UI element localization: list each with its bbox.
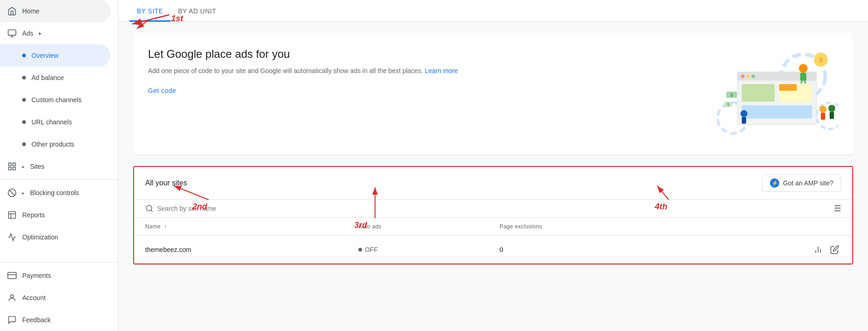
sidebar-ads-label: Ads	[22, 30, 33, 37]
svg-point-19	[817, 103, 839, 129]
search-icon	[145, 204, 154, 213]
sort-icon[interactable]: ↑	[164, 223, 167, 230]
hero-description: Add one piece of code to your site and G…	[148, 66, 458, 76]
col-page-exclusions: Page exclusions	[488, 218, 690, 236]
sidebar-feedback-label: Feedback	[22, 316, 50, 324]
sidebar-item-url-channels[interactable]: URL channels	[0, 111, 111, 133]
sidebar-item-blocking-controls[interactable]: ▸ Blocking controls	[0, 182, 111, 204]
account-icon	[7, 293, 17, 302]
sidebar-blocking-label: Blocking controls	[30, 189, 79, 196]
svg-line-46	[151, 210, 152, 211]
svg-rect-5	[9, 167, 12, 170]
sidebar-item-ads[interactable]: Ads ▸	[0, 22, 111, 44]
svg-rect-40	[830, 112, 834, 119]
svg-point-45	[146, 205, 152, 211]
sidebar-bottom-divider	[0, 262, 118, 263]
sidebar-item-sites[interactable]: ▸ Sites	[0, 155, 111, 178]
url-channels-dot	[22, 120, 26, 124]
sidebar-overview-label: Overview	[31, 52, 58, 59]
payments-icon	[7, 271, 17, 280]
sites-expand-icon: ▸	[22, 164, 25, 169]
sidebar-item-other-products[interactable]: Other products	[0, 133, 111, 155]
svg-point-39	[828, 105, 835, 112]
sidebar-ad-balance-label: Ad balance	[31, 74, 64, 81]
feedback-icon	[7, 315, 17, 325]
sidebar-item-feedback[interactable]: Feedback	[0, 309, 111, 331]
sites-table: Name ↑ Auto ads Page exclusions themebee…	[134, 218, 852, 264]
sidebar-item-optimization[interactable]: Optimization	[0, 226, 111, 248]
svg-line-8	[9, 190, 15, 196]
svg-point-14	[11, 294, 14, 298]
sidebar-item-home[interactable]: Home	[0, 0, 111, 22]
svg-rect-12	[8, 272, 16, 278]
sidebar-item-reports[interactable]: Reports	[0, 204, 111, 226]
svg-point-37	[819, 106, 826, 113]
svg-point-24	[751, 74, 755, 78]
svg-rect-6	[13, 167, 16, 170]
sidebar-spacer	[0, 248, 118, 260]
ad-balance-dot	[22, 76, 26, 80]
sidebar-optimization-label: Optimization	[22, 233, 58, 241]
col-auto-ads: Auto ads	[347, 218, 488, 236]
status-dot	[358, 248, 362, 251]
amp-button[interactable]: ⚡ Got an AMP site?	[762, 174, 841, 192]
main-content: By site By ad unit 1st Let Google place …	[118, 0, 868, 331]
sidebar-other-products-label: Other products	[31, 141, 74, 148]
reports-icon	[7, 210, 17, 220]
sites-title: All your sites	[145, 179, 187, 187]
col-actions	[690, 218, 852, 236]
sidebar-item-custom-channels[interactable]: Custom channels	[0, 89, 111, 111]
edit-button[interactable]	[828, 243, 841, 256]
learn-more-link[interactable]: Learn more	[425, 67, 458, 74]
ads-expand-icon: ▸	[39, 30, 42, 37]
sidebar-item-account[interactable]: Account	[0, 287, 111, 309]
sidebar-account-label: Account	[22, 294, 46, 301]
hero-text: Let Google place ads for you Add one pie…	[148, 48, 458, 98]
custom-channels-dot	[22, 98, 26, 102]
chart-button[interactable]	[812, 243, 825, 256]
sidebar-item-payments[interactable]: Payments	[0, 264, 111, 287]
svg-rect-4	[13, 163, 16, 166]
sidebar-divider	[0, 179, 118, 180]
search-bar: ☰	[134, 199, 852, 218]
row-actions	[690, 236, 852, 264]
page-exclusions-value: 0	[488, 236, 690, 264]
auto-ads-label: OFF	[365, 246, 378, 253]
filter-icon[interactable]: ☰	[834, 203, 841, 214]
col-name: Name ↑	[134, 218, 347, 236]
svg-rect-27	[742, 105, 812, 119]
sidebar-reports-label: Reports	[22, 211, 45, 219]
content-area: 1st Let Google place ads for you Add one…	[118, 22, 868, 331]
home-icon	[7, 6, 17, 16]
ads-icon	[7, 29, 17, 38]
tab-by-site[interactable]: By site	[129, 0, 171, 22]
blocking-expand-icon: ▸	[22, 190, 25, 196]
sidebar-item-overview[interactable]: Overview	[0, 44, 111, 67]
table-row: themebeez.com OFF 0	[134, 236, 852, 264]
hero-title: Let Google place ads for you	[148, 48, 458, 61]
get-code-button[interactable]: Get code	[148, 83, 176, 98]
svg-text:$: $	[819, 56, 823, 64]
svg-point-22	[741, 74, 745, 78]
table-body: themebeez.com OFF 0	[134, 236, 852, 264]
svg-rect-0	[8, 30, 16, 36]
sidebar-payments-label: Payments	[22, 272, 51, 279]
hero-section: Let Google place ads for you Add one pie…	[133, 33, 853, 155]
tab-by-ad-unit[interactable]: By ad unit	[171, 0, 224, 22]
amp-icon: ⚡	[770, 178, 779, 188]
svg-point-35	[740, 110, 747, 117]
svg-rect-28	[779, 84, 797, 91]
overview-dot	[22, 54, 26, 57]
blocking-icon	[7, 188, 17, 197]
sites-section: All your sites ⚡ Got an AMP site? ☰	[133, 166, 853, 264]
amp-button-label: Got an AMP site?	[783, 179, 833, 187]
other-products-dot	[22, 142, 26, 146]
sidebar-item-ad-balance[interactable]: Ad balance	[0, 67, 111, 89]
svg-text:$: $	[727, 102, 729, 107]
sidebar-url-channels-label: URL channels	[31, 118, 72, 126]
hero-illustration: $ $ $	[663, 48, 838, 140]
search-input[interactable]	[157, 205, 830, 212]
svg-point-23	[746, 74, 750, 78]
svg-rect-36	[742, 117, 746, 123]
svg-text:$: $	[731, 92, 733, 98]
